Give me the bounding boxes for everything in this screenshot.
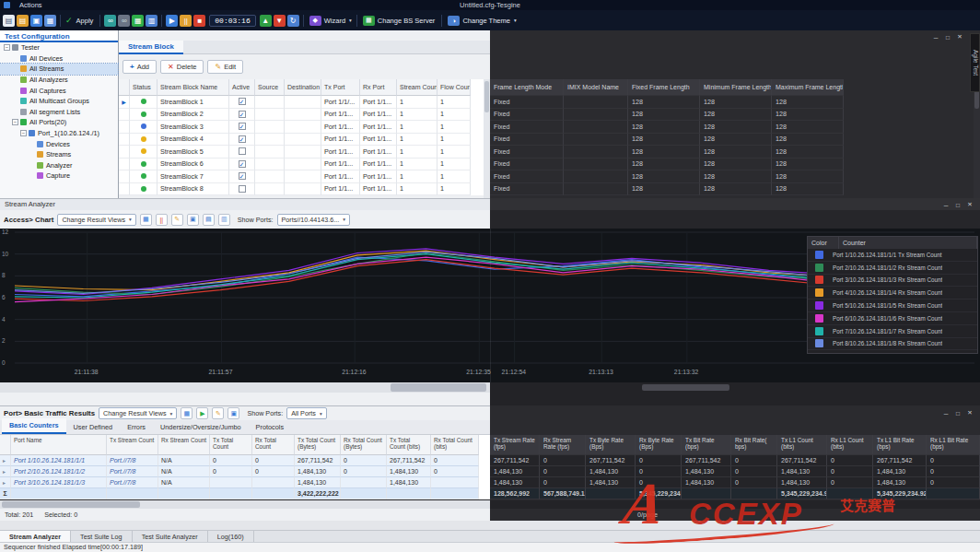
new-file-icon[interactable]: ▤ bbox=[3, 15, 15, 27]
traffic-horizontal-scrollbar[interactable] bbox=[0, 500, 490, 509]
tree-item-all-streams[interactable]: All Streams bbox=[0, 64, 118, 75]
bottom-tab-test-suite-log[interactable]: Test Suite Log bbox=[71, 531, 133, 542]
close-button[interactable]: ✕ bbox=[964, 200, 975, 209]
tab-protocols[interactable]: Protocols bbox=[249, 420, 291, 434]
show-ports-dropdown[interactable]: Ports//10.44143.6...▾ bbox=[277, 214, 351, 226]
link-up-icon[interactable]: ▲ bbox=[260, 15, 272, 27]
legend-item[interactable]: Port 2/10.26.124.181/1/2 Rx Stream Count bbox=[808, 262, 977, 275]
tree-item-all-multicast-groups[interactable]: All Multicast Groups bbox=[0, 96, 118, 107]
stream-block-row[interactable]: StreamBlock 8Port 1/1...Port 1/1...11 bbox=[119, 183, 484, 196]
active-checkbox[interactable]: ✓ bbox=[239, 123, 246, 130]
tab-basic-counters[interactable]: Basic Counters bbox=[2, 418, 66, 434]
grid-icon[interactable]: ▥ bbox=[218, 214, 230, 226]
tree-item-analyzer[interactable]: Analyzer bbox=[0, 160, 118, 171]
tab-undersize-oversize-jumbo[interactable]: Undersize/Oversize/Jumbo bbox=[153, 420, 249, 434]
maximize-button[interactable]: □ bbox=[952, 200, 963, 209]
connect-icon[interactable]: ∞ bbox=[104, 15, 116, 27]
frame-row[interactable]: Fixed128128128 bbox=[490, 159, 980, 171]
tab-errors[interactable]: Errors bbox=[120, 420, 153, 434]
frame-row[interactable]: Fixed128128128 bbox=[490, 183, 980, 196]
tree-item-all-devices[interactable]: All Devices bbox=[0, 53, 118, 65]
menu-actions[interactable]: Actions bbox=[14, 0, 48, 10]
frame-row[interactable]: Fixed128128128 bbox=[490, 146, 980, 159]
legend-item[interactable]: Port 4/10.26.124.181/1/4 Rx Stream Count bbox=[808, 287, 977, 299]
scrollbar-thumb[interactable] bbox=[2, 501, 140, 508]
wizard-dropdown[interactable]: ◆Wizard▾ bbox=[309, 16, 352, 26]
pause-icon[interactable]: || bbox=[156, 214, 168, 226]
frame-row[interactable]: Fixed128128128 bbox=[490, 134, 980, 147]
tree-item-port-1-10-26-124-1[interactable]: −Port_1(10.26.124./1) bbox=[0, 128, 118, 139]
link-down-icon[interactable]: ▼ bbox=[274, 15, 286, 27]
maximize-button[interactable]: □ bbox=[942, 32, 953, 41]
collapse-icon[interactable]: − bbox=[20, 130, 27, 136]
change-bs-server-button[interactable]: ▦Change BS Server bbox=[362, 16, 438, 26]
frame-row[interactable]: Fixed128128128 bbox=[490, 121, 980, 134]
stream-block-row[interactable]: StreamBlock 2✓Port 1/1...Port 1/1...11 bbox=[119, 109, 484, 122]
stream-block-row[interactable]: StreamBlock 3✓Port 1/1...Port 1/1...11 bbox=[119, 121, 484, 134]
scrollbar-thumb[interactable] bbox=[484, 81, 489, 112]
change-result-views-dropdown[interactable]: Change Result Views▾ bbox=[99, 407, 177, 419]
tree-item-all-segment-lists[interactable]: All segment Lists bbox=[0, 107, 118, 118]
active-checkbox[interactable] bbox=[239, 147, 246, 155]
active-checkbox[interactable]: ✓ bbox=[239, 172, 246, 180]
refresh-icon[interactable]: ↻ bbox=[287, 15, 299, 27]
active-checkbox[interactable]: ✓ bbox=[239, 111, 246, 118]
stream-block-row[interactable]: ▶StreamBlock 1✓Port 1/1/...Port 1/1...11 bbox=[119, 96, 484, 109]
scrollbar-thumb[interactable] bbox=[391, 383, 486, 392]
apply-button[interactable]: ✓Apply bbox=[65, 16, 95, 25]
frame-row[interactable]: Fixed128128128 bbox=[490, 170, 980, 183]
chart-horizontal-scrollbar-right[interactable] bbox=[490, 382, 980, 393]
legend-item[interactable]: Port 6/10.26.124.181/1/6 Rx Stream Count bbox=[808, 312, 977, 325]
traffic-row-dark[interactable]: 1,484,13001,484,13001,484,13001,484,1300… bbox=[490, 477, 980, 488]
frame-table-vertical-scrollbar[interactable] bbox=[974, 79, 980, 198]
edit-icon[interactable]: ✎ bbox=[212, 407, 224, 419]
edit-icon[interactable]: ✎ bbox=[171, 214, 183, 226]
tree-item-all-analyzers[interactable]: All Analyzers bbox=[0, 75, 118, 86]
tree-item-devices[interactable]: Devices bbox=[0, 138, 118, 149]
save-icon[interactable]: ▣ bbox=[228, 407, 239, 419]
legend-item[interactable]: Port 1/10.26.124.181/1/1 Tx Stream Count bbox=[808, 249, 977, 262]
page-size-dropdown[interactable]: 0/page bbox=[637, 511, 658, 519]
delete-button[interactable]: ✕ Delete bbox=[160, 60, 204, 74]
tab-user-defined[interactable]: User Defined bbox=[66, 420, 121, 434]
minimize-button[interactable]: ─ bbox=[940, 408, 951, 417]
edit-button[interactable]: ✎ Edit bbox=[207, 60, 243, 74]
tree-item-all-captures[interactable]: All Captures bbox=[0, 85, 118, 96]
bottom-tab-stream-analyzer[interactable]: Stream Analyzer bbox=[0, 531, 71, 542]
disconnect-icon[interactable]: ∞ bbox=[118, 15, 130, 27]
side-tab-agile-test[interactable]: Agile Test bbox=[970, 33, 980, 92]
active-checkbox[interactable] bbox=[239, 185, 246, 193]
active-checkbox[interactable]: ✓ bbox=[239, 135, 246, 143]
tree-item-capture[interactable]: Capture bbox=[0, 170, 118, 182]
chart-icon[interactable]: ▦ bbox=[140, 214, 152, 226]
minimize-button[interactable]: ─ bbox=[940, 200, 951, 209]
legend-item[interactable]: Port 7/10.26.124.181/1/7 Rx Stream Count bbox=[808, 325, 977, 338]
collapse-icon[interactable]: − bbox=[4, 44, 10, 51]
close-button[interactable]: ✕ bbox=[954, 32, 965, 41]
traffic-row[interactable]: ▸Port 3/10.26.124.181/1/3Port.//7/8N/A1,… bbox=[0, 477, 490, 488]
start-icon[interactable]: ▶ bbox=[166, 15, 178, 27]
traffic-row[interactable]: ▸Port 2/10.26.124.181/1/2Port.//7/8N/A00… bbox=[0, 466, 490, 477]
play-icon[interactable]: ▶ bbox=[196, 407, 208, 419]
scrollbar-thumb[interactable] bbox=[642, 384, 729, 391]
tree-item-streams[interactable]: Streams bbox=[0, 149, 118, 160]
save-icon[interactable]: ▣ bbox=[30, 15, 42, 27]
show-ports-dropdown[interactable]: All Ports▾ bbox=[286, 407, 327, 419]
export-icon[interactable]: ▤ bbox=[203, 214, 215, 226]
bottom-tab-test-suite-analyzer[interactable]: Test Suite Analyzer bbox=[133, 531, 208, 542]
traffic-row-dark[interactable]: 1,484,13001,484,13001,484,13001,484,1300… bbox=[490, 466, 980, 477]
legend-item[interactable]: Port 8/10.26.124.181/1/8 Rx Stream Count bbox=[808, 338, 977, 351]
chart-icon[interactable]: ▦ bbox=[132, 15, 144, 27]
tab-stream-block[interactable]: Stream Block bbox=[119, 41, 183, 54]
legend-item[interactable]: Port 3/10.26.124.181/1/3 Rx Stream Count bbox=[808, 275, 977, 288]
save-all-icon[interactable]: ▦ bbox=[44, 15, 56, 27]
table-icon[interactable]: ▥ bbox=[146, 15, 158, 27]
frame-row[interactable]: Fixed128128128 bbox=[490, 96, 980, 109]
stream-block-row[interactable]: StreamBlock 7✓Port 1/1...Port 1/1...11 bbox=[119, 170, 484, 183]
collapse-icon[interactable]: − bbox=[12, 119, 18, 125]
traffic-row[interactable]: ▸Port 1/10.26.124.181/1/1Port.//7/8N/A00… bbox=[0, 455, 490, 466]
stream-block-vertical-scrollbar[interactable] bbox=[484, 79, 490, 198]
copy-icon[interactable]: ▣ bbox=[187, 214, 199, 226]
tree-item-all-ports-20[interactable]: −All Ports(20) bbox=[0, 117, 118, 128]
open-file-icon[interactable]: ▤ bbox=[17, 15, 29, 27]
